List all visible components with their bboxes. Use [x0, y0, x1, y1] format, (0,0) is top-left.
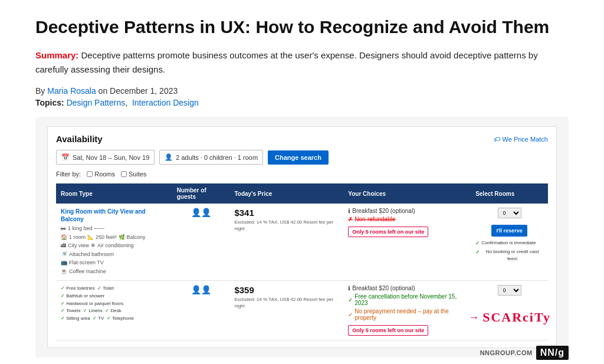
price-match-icon: 🏷	[494, 136, 500, 143]
price-cell: $341 Excluded: 14 % TAX, US$ 42.00 Resor…	[229, 204, 343, 281]
col-guests: Number of guests	[172, 183, 230, 204]
scarcity-annotation: → SCARciTy	[468, 310, 551, 325]
coffee-info: ☕ Coffee machine	[61, 268, 168, 276]
filter-rooms-text: Rooms	[94, 170, 115, 178]
topic-design-patterns[interactable]: Design Patterns	[67, 98, 126, 107]
price-amount-2: $359	[234, 285, 339, 295]
meta-section: By Maria Rosala on December 1, 2023 Topi…	[35, 86, 569, 107]
room-type-cell-2: ✓ Free toiletries ✓ Toilet ✓ Bathtub or …	[56, 281, 172, 340]
meta-by: By Maria Rosala on December 1, 2023	[35, 86, 569, 96]
scarcity-box-wrapper-2: Only 5 rooms left on our site	[348, 323, 466, 336]
orange-check-icon: ✓	[348, 311, 353, 318]
filter-row: Filter by: Rooms Suites	[56, 170, 548, 178]
scarcity-box-1: Only 5 rooms left on our site	[348, 227, 428, 237]
table-row: King Room with City View and Balcony 🛏 1…	[56, 204, 548, 281]
guest-icons: 👤👤	[191, 208, 211, 217]
scarcity-box-wrapper: Only 5 rooms left on our site	[348, 224, 466, 237]
reserve-notes: ✓ Confirmation is immediate ✓ No booking…	[475, 240, 543, 263]
guests-cell-2: 👤👤	[172, 281, 230, 340]
choice-text-b0: Breakfast $20 (optional)	[352, 285, 415, 291]
bed-icon: 🛏	[61, 225, 66, 233]
col-select: Select Rooms	[471, 183, 548, 204]
reserve-button[interactable]: I'll reserve	[491, 225, 527, 237]
topic-interaction-design[interactable]: Interaction Design	[132, 98, 199, 107]
city-icon: 🏙	[61, 242, 66, 250]
choice-breakfast-2: ℹ Breakfast $20 (optional)	[348, 285, 466, 291]
select-cell: 012 I'll reserve ✓ Confirmation is immed…	[471, 204, 548, 281]
by-prefix: By	[35, 86, 47, 96]
check-icon-2: ✓	[475, 248, 480, 257]
filter-rooms-label[interactable]: Rooms	[87, 170, 115, 178]
choice-no-prepayment: ✓ No prepayment needed – pay at the prop…	[348, 308, 466, 321]
amenities-list: ✓ Free toiletries ✓ Toilet ✓ Bathtub or …	[61, 285, 168, 323]
footer-site-text: NNGROUP.COM	[480, 349, 533, 356]
price-excluded-2: Excluded: 14 % TAX, US$ 42.00 Resort fee…	[234, 296, 339, 309]
room-type-cell: King Room with City View and Balcony 🛏 1…	[56, 204, 172, 281]
note-no-fee: ✓ No booking or credit card fees!	[475, 248, 543, 263]
room-name-link[interactable]: King Room with City View and Balcony	[61, 208, 168, 223]
col-choices: Your Choices	[343, 183, 471, 204]
choice-nonrefundable: ✗ Non-refundable	[348, 216, 466, 222]
avail-header: Availability 🏷 We Price Match	[56, 134, 548, 144]
change-search-button[interactable]: Change search	[268, 150, 329, 165]
price-excluded: Excluded: 14 % TAX, US$ 42.00 Resort fee…	[234, 219, 339, 232]
footer-logo: NNGROUP.COM NN/g	[480, 346, 569, 360]
dates-text: Sat, Nov 18 – Sun, Nov 19	[73, 154, 149, 161]
guests-text: 2 adults · 0 children · 1 room	[176, 154, 258, 161]
summary-label: Summary:	[35, 50, 78, 60]
note-confirmation: ✓ Confirmation is immediate	[475, 240, 543, 248]
info-icon: ℹ	[348, 208, 350, 214]
x-icon: ✗	[348, 216, 353, 222]
guest-icons-2: 👤👤	[191, 285, 211, 294]
choice-text-b1: Free cancellation before November 15, 20…	[354, 293, 466, 306]
booking-card: Availability 🏷 We Price Match 📅 Sat, Nov…	[35, 117, 569, 358]
green-check-icon: ✓	[348, 297, 353, 303]
filter-suites-checkbox[interactable]	[121, 171, 127, 177]
choice-free-cancel: ✓ Free cancellation before November 15, …	[348, 293, 466, 306]
check-icon: ✓	[475, 240, 480, 248]
info-icon-2: ℹ	[348, 285, 350, 291]
filter-rooms-checkbox[interactable]	[87, 171, 93, 177]
size-icon: 📐	[87, 234, 94, 242]
choice-text: Non-refundable	[354, 216, 395, 222]
price-amount: $341	[234, 208, 339, 218]
footer-nn-logo: NN/g	[536, 346, 569, 360]
note-text-2: No booking or credit card fees!	[481, 248, 543, 263]
choices-cell: ℹ Breakfast $20 (optional) ✗ Non-refunda…	[343, 204, 471, 281]
meta-date: on December 1, 2023	[96, 86, 178, 96]
guests-icon: 👤	[165, 153, 173, 161]
check-amenity: ✓	[61, 286, 65, 291]
bathroom-info: 🚿 Attached bathroom	[61, 251, 168, 259]
search-guests[interactable]: 👤 2 adults · 0 children · 1 room	[159, 150, 263, 165]
guests-cell: 👤👤	[172, 204, 230, 281]
filter-suites-label[interactable]: Suites	[121, 170, 147, 178]
author-link[interactable]: Maria Rosala	[47, 86, 96, 96]
balcony-icon: 🌿	[119, 234, 125, 242]
room-quantity-select-2[interactable]: 012	[498, 285, 521, 296]
choice-breakfast: ℹ Breakfast $20 (optional)	[348, 208, 466, 214]
tv-info: 📺 Flat-screen TV	[61, 259, 168, 267]
note-text: Confirmation is immediate	[481, 240, 536, 247]
ac-icon: ❄	[91, 242, 96, 250]
filter-label: Filter by:	[56, 170, 81, 178]
scarcity-label: SCARciTy	[482, 310, 551, 325]
room-quantity-select[interactable]: 012	[498, 208, 521, 218]
meta-topics: Topics: Design Patterns, Interaction Des…	[35, 98, 569, 107]
price-match-text: We Price Match	[503, 136, 548, 143]
scarcity-arrow-icon: →	[468, 311, 479, 324]
search-dates[interactable]: 📅 Sat, Nov 18 – Sun, Nov 19	[56, 150, 155, 165]
room-detail: 🛏 1 king bed —— 🏠 1 room 📐 250 feet² 🌿 B…	[61, 225, 168, 276]
filter-suites-text: Suites	[129, 170, 147, 178]
summary-body: Deceptive patterns promote business outc…	[35, 50, 538, 74]
col-room-type: Room Type	[56, 183, 172, 204]
room-icon: 🏠	[61, 234, 67, 242]
room-view: 🏙 City view ❄ Air conditioning	[61, 242, 168, 250]
availability-title: Availability	[56, 134, 103, 144]
price-cell-2: $359 Excluded: 14 % TAX, US$ 42.00 Resor…	[229, 281, 343, 340]
choices-cell-2: ℹ Breakfast $20 (optional) ✓ Free cancel…	[343, 281, 471, 340]
table-header-row: Room Type Number of guests Today's Price…	[56, 183, 548, 204]
bed-text: 1 king bed ——	[68, 225, 104, 233]
scarcity-box-2: Only 5 rooms left on our site	[348, 325, 428, 336]
topics-label: Topics:	[35, 98, 64, 107]
summary: Summary: Deceptive patterns promote busi…	[35, 48, 569, 77]
